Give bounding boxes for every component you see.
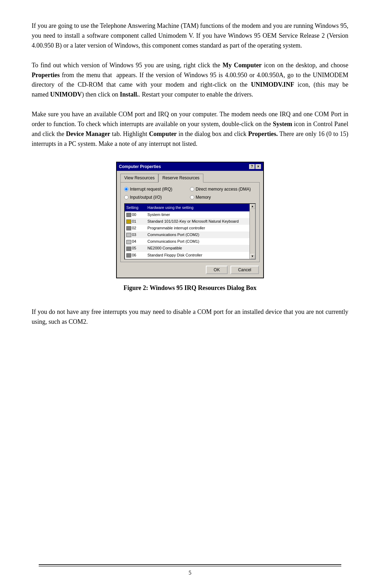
hardware-03: Communications Port (COM2) <box>146 231 249 238</box>
figure-caption: Figure 2: Windows 95 IRQ Resources Dialo… <box>124 283 256 293</box>
help-button[interactable]: ? <box>249 164 255 169</box>
radio-irq[interactable]: Interrupt request (IRQ) <box>124 186 190 193</box>
paragraph-4: If you do not have any free interrupts y… <box>32 307 348 327</box>
port-icon-03 <box>126 233 131 237</box>
setting-04: 04 <box>125 238 146 245</box>
dialog-titlebar-controls: ? × <box>249 164 261 169</box>
ok-button[interactable]: OK <box>206 266 227 274</box>
chip-icon <box>126 213 131 217</box>
paragraph-3-bold2: Device Manager <box>66 130 110 137</box>
hardware-01: Standard 101/102-Key or Microsoft Natura… <box>146 218 249 225</box>
tab-view-resources[interactable]: View Resources <box>120 174 158 182</box>
paragraph-3-bold1: System <box>273 120 292 128</box>
radio-memory-input[interactable] <box>190 195 194 199</box>
figure-caption-text: Figure 2: Windows 95 IRQ Resources Dialo… <box>124 284 256 291</box>
hardware-00: System timer <box>146 211 249 218</box>
paragraph-3-bold4: Properties. <box>248 130 278 137</box>
paragraph-2-bold3: UNIMODV.INF <box>251 81 294 88</box>
footer-page-number: 5 <box>189 569 191 577</box>
dialog-title: Computer Properties <box>119 163 161 170</box>
close-button[interactable]: × <box>255 164 261 169</box>
dialog-buttons: OK Cancel <box>120 266 260 274</box>
tabs-row: View Resources Reserve Resources <box>120 174 260 182</box>
setting-01: 01 <box>125 218 146 225</box>
dialog-body: View Resources Reserve Resources Interru… <box>117 171 263 278</box>
table-row: 03 Communications Port (COM2) <box>125 231 255 238</box>
setting-07: 07 <box>125 259 146 260</box>
radio-io-label: Input/output (I/O) <box>130 194 162 201</box>
chip-icon-02 <box>126 226 131 230</box>
paragraph-1-text: If you are going to use the Telephone An… <box>32 22 348 49</box>
col-setting: Setting <box>125 204 146 211</box>
radio-irq-input[interactable] <box>124 187 128 191</box>
irq-table-header: Setting Hardware using the setting <box>125 204 255 211</box>
table-row: 07 ECP Printer Port (LPT1) <box>125 259 255 260</box>
tab-content: Interrupt request (IRQ) Direct memory ac… <box>120 182 260 262</box>
keyboard-icon <box>126 219 131 224</box>
radio-dma-input[interactable] <box>190 187 194 191</box>
radio-memory[interactable]: Memory <box>190 194 256 201</box>
paragraph-2-mid4: ) then click on <box>82 91 120 98</box>
paragraph-3: Make sure you have an available COM port… <box>32 110 348 149</box>
paragraph-3-bold3: Computer <box>149 130 177 137</box>
port-icon-04 <box>126 240 131 244</box>
paragraph-3-mid2: tab. Highlight <box>110 130 149 137</box>
table-row: 04 Communications Port (COM1) <box>125 238 255 245</box>
col-hardware: Hardware using the setting <box>146 204 249 211</box>
page-footer: 5 <box>0 564 380 577</box>
table-row: 02 Programmable interrupt controller <box>125 225 255 231</box>
radio-dma-label: Direct memory access (DMA) <box>196 186 251 193</box>
setting-02: 02 <box>125 225 146 231</box>
hardware-06: Standard Floppy Disk Controller <box>146 252 249 259</box>
chip-icon-05 <box>126 247 131 251</box>
computer-properties-dialog: Computer Properties ? × View Resources R… <box>116 162 264 278</box>
floppy-icon <box>126 253 131 258</box>
irq-table-body: 00 System timer 01 Standard 101/102-Key … <box>125 211 255 260</box>
radio-io[interactable]: Input/output (I/O) <box>124 194 190 201</box>
table-row: 00 System timer <box>125 211 255 218</box>
paragraph-2-start: To find out which version of Windows 95 … <box>32 62 222 69</box>
table-row: 06 Standard Floppy Disk Controller <box>125 252 255 259</box>
paragraph-2-mid1: icon on the desktop, and choose <box>262 62 348 69</box>
scroll-up-btn[interactable]: ▲ <box>250 204 255 209</box>
paragraph-2: To find out which version of Windows 95 … <box>32 61 348 100</box>
hardware-05: NE2000 Compatible <box>146 245 249 252</box>
scrollbar[interactable]: ▲ ▼ <box>249 204 255 259</box>
hardware-02: Programmable interrupt controller <box>146 225 249 231</box>
setting-05: 05 <box>125 245 146 252</box>
irq-table: Setting Hardware using the setting 00 Sy… <box>125 204 255 260</box>
scroll-down-btn[interactable]: ▼ <box>250 254 255 259</box>
paragraph-2-bold4: UNIMODV <box>50 91 82 98</box>
radio-io-input[interactable] <box>124 195 128 199</box>
footer-rule-bottom <box>39 566 341 567</box>
paragraph-2-bold5: Install. <box>120 91 139 98</box>
irq-table-wrapper: Setting Hardware using the setting 00 Sy… <box>124 203 256 260</box>
dialog-titlebar: Computer Properties ? × <box>117 162 263 171</box>
table-row: 01 Standard 101/102-Key or Microsoft Nat… <box>125 218 255 225</box>
radio-irq-label: Interrupt request (IRQ) <box>130 186 172 193</box>
setting-00: 00 <box>125 211 146 218</box>
footer-rule-top <box>39 564 341 565</box>
table-row: 05 NE2000 Compatible <box>125 245 255 252</box>
paragraph-2-bold1: My Computer <box>222 62 261 69</box>
hardware-04: Communications Port (COM1) <box>146 238 249 245</box>
paragraph-2-end: . Restart your computer to enable the dr… <box>139 91 253 98</box>
hardware-07: ECP Printer Port (LPT1) <box>146 259 249 260</box>
cancel-button[interactable]: Cancel <box>230 266 259 274</box>
paragraph-3-mid3: in the dialog box and click <box>177 130 248 137</box>
radio-group: Interrupt request (IRQ) Direct memory ac… <box>124 186 256 200</box>
paragraph-1: If you are going to use the Telephone An… <box>32 21 348 51</box>
radio-memory-label: Memory <box>196 194 211 201</box>
setting-03: 03 <box>125 231 146 238</box>
paragraph-2-bold2: Properties <box>32 72 60 79</box>
radio-dma[interactable]: Direct memory access (DMA) <box>190 186 256 193</box>
figure-container: Computer Properties ? × View Resources R… <box>32 162 348 303</box>
setting-06: 06 <box>125 252 146 259</box>
tab-reserve-resources[interactable]: Reserve Resources <box>158 174 203 182</box>
paragraph-4-text: If you do not have any free interrupts y… <box>32 308 348 325</box>
